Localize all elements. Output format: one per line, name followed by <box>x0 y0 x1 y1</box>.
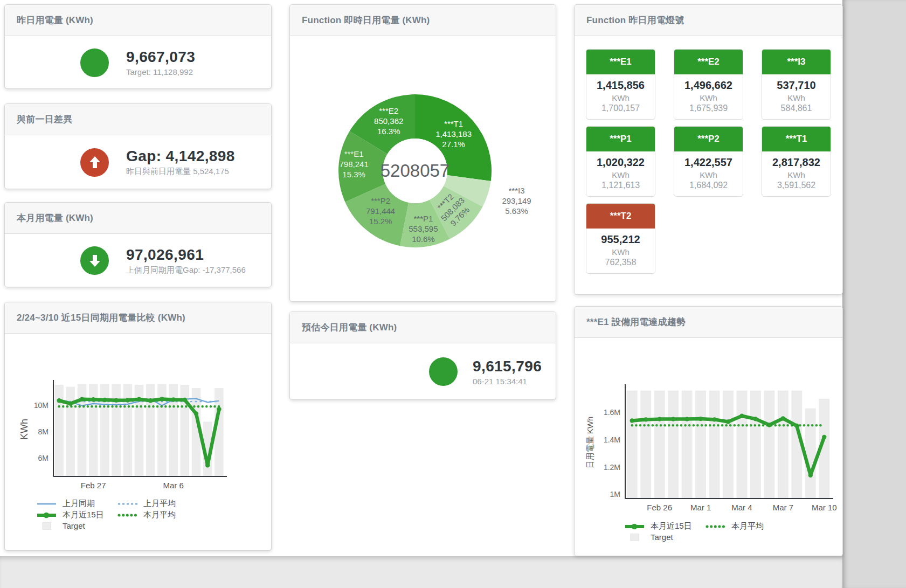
card-month-title: 本月用電量 (KWh) <box>5 203 271 234</box>
legend-label: Target <box>651 532 673 542</box>
svg-text:Feb 27: Feb 27 <box>81 481 106 490</box>
svg-text:KWh: KWh <box>19 419 30 440</box>
donut-label-I3: ***I3293,1495.63% <box>502 186 531 216</box>
legend-label: 本月近15日 <box>651 521 692 531</box>
estimate-body: 9,615,796 06-21 15:34:41 <box>290 343 556 400</box>
light-card-P1: ***P11,020,322KWh1,121,613 <box>586 126 655 197</box>
light-target: 762,358 <box>586 258 655 267</box>
estimate-timestamp: 06-21 15:34:41 <box>473 377 542 386</box>
light-header: ***E1 <box>586 50 655 74</box>
legend-swatch-dots <box>117 511 139 519</box>
legend-item[interactable]: Target <box>36 521 117 530</box>
legend-item[interactable]: 上月同期 <box>36 499 117 509</box>
donut-chart-title: Function 即時日用電量 (KWh) <box>290 5 556 36</box>
gap-subtext: 昨日與前日用電量 5,524,175 <box>126 167 235 177</box>
svg-text:日用電量 KWh: 日用電量 KWh <box>585 417 594 469</box>
e1-trend-line-chart: 1M1.2M1.4M1.6M日用電量 KWhFeb 26Mar 1Mar 4Ma… <box>577 382 839 517</box>
light-unit: KWh <box>762 170 831 179</box>
light-value: 1,020,322 <box>586 156 655 169</box>
legend-item[interactable]: 本月近15日 <box>36 510 117 520</box>
yesterday-target-label: Target: 11,128,992 <box>126 67 195 77</box>
month-subtext: 上個月同期用電Gap: -17,377,566 <box>126 265 246 275</box>
light-value: 537,710 <box>762 79 831 92</box>
legend-label: 本月平均 <box>731 521 764 531</box>
light-target: 584,861 <box>762 103 831 113</box>
light-card-E1: ***E11,415,856KWh1,700,157 <box>586 49 655 120</box>
light-unit: KWh <box>586 93 655 102</box>
svg-text:1.4M: 1.4M <box>604 435 620 444</box>
arrow-up-icon <box>88 155 102 169</box>
legend-item[interactable]: 本月平均 <box>705 521 786 531</box>
legend-item[interactable]: Target <box>624 532 705 542</box>
trend-chart-title: ***E1 設備用電達成趨勢 <box>575 307 842 338</box>
light-header: ***I3 <box>762 50 831 74</box>
estimate-value: 9,615,796 <box>473 358 542 375</box>
legend-label: Target <box>63 521 85 530</box>
legend-swatch-line <box>36 500 58 508</box>
legend-swatch-dash <box>117 500 139 508</box>
status-circle-icon <box>429 357 458 386</box>
legend-swatch-thick <box>36 511 58 519</box>
donut-center-total: 5208057 <box>381 161 449 181</box>
estimate-title: 預估今日用電量 (KWh) <box>290 312 556 343</box>
legend-row: Target <box>624 532 786 542</box>
legend-item[interactable]: 本月平均 <box>117 510 198 520</box>
lights-title: Function 昨日用電燈號 <box>575 5 842 36</box>
svg-text:Mar 1: Mar 1 <box>690 503 711 512</box>
light-target: 3,591,562 <box>762 181 831 190</box>
page-right-gutter <box>842 0 906 588</box>
light-value: 1,422,557 <box>674 156 743 169</box>
light-header: ***P1 <box>586 127 655 151</box>
svg-text:1.6M: 1.6M <box>604 408 620 417</box>
legend-label: 本月平均 <box>143 510 176 520</box>
card-today-estimate: 預估今日用電量 (KWh) 9,615,796 06-21 15:34:41 <box>289 312 556 400</box>
card-compare-chart: 2/24~3/10 近15日同期用電量比較 (KWh) 6M8M10MKWhFe… <box>4 302 272 551</box>
light-header: ***T2 <box>586 204 655 229</box>
legend-label: 上月平均 <box>143 499 176 509</box>
lights-grid: ***E11,415,856KWh1,700,157***E21,496,662… <box>586 49 831 274</box>
light-target: 1,700,157 <box>586 103 655 113</box>
arrow-down-icon <box>88 254 102 268</box>
legend-row: Target <box>36 521 198 530</box>
card-yesterday-usage: 昨日用電量 (KWh) 9,667,073 Target: 11,128,992 <box>4 4 272 89</box>
compare-chart-legend: 上月同期上月平均本月近15日本月平均Target <box>36 497 198 531</box>
light-header: ***T1 <box>762 127 831 151</box>
legend-swatch-box <box>36 522 58 530</box>
light-card-E2: ***E21,496,662KWh1,675,939 <box>674 49 743 120</box>
card-yesterday-title: 昨日用電量 (KWh) <box>5 5 271 36</box>
light-value: 1,496,662 <box>674 79 743 92</box>
light-unit: KWh <box>762 93 831 102</box>
legend-label: 本月近15日 <box>63 510 104 520</box>
legend-label: 上月同期 <box>63 499 95 509</box>
light-target: 1,121,613 <box>586 181 655 190</box>
trend-chart-legend: 本月近15日本月平均Target <box>624 520 786 543</box>
legend-item[interactable]: 上月平均 <box>117 499 198 509</box>
light-card-P2: ***P21,422,557KWh1,684,092 <box>674 126 743 197</box>
gap-value: Gap: 4,142,898 <box>126 148 235 165</box>
light-card-I3: ***I3537,710KWh584,861 <box>762 49 831 120</box>
compare-chart-title: 2/24~3/10 近15日同期用電量比較 (KWh) <box>5 302 271 334</box>
svg-text:Mar 7: Mar 7 <box>773 503 793 512</box>
page-bottom-strip <box>0 556 842 588</box>
light-unit: KWh <box>586 247 655 257</box>
svg-text:Mar 4: Mar 4 <box>731 503 752 512</box>
card-e1-trend-chart: ***E1 設備用電達成趨勢 1M1.2M1.4M1.6M日用電量 KWhFeb… <box>574 306 843 556</box>
month-value: 97,026,961 <box>126 246 246 264</box>
card-gap-title: 與前一日差異 <box>5 104 271 135</box>
light-value: 1,415,856 <box>586 79 655 92</box>
light-value: 955,212 <box>586 233 655 246</box>
card-realtime-donut: Function 即時日用電量 (KWh) ***T11,413,18327.1… <box>289 4 556 302</box>
compare-line-chart: 6M8M10MKWhFeb 27Mar 6 <box>15 378 241 494</box>
legend-row: 本月近15日本月平均 <box>624 521 786 531</box>
svg-text:8M: 8M <box>38 427 49 436</box>
svg-text:Mar 10: Mar 10 <box>812 503 837 512</box>
legend-item[interactable]: 本月近15日 <box>624 521 705 531</box>
legend-swatch-box <box>624 534 646 541</box>
legend-row: 本月近15日本月平均 <box>36 510 198 520</box>
arrow-up-circle-icon <box>80 148 109 177</box>
svg-text:10M: 10M <box>34 401 49 410</box>
svg-text:Feb 26: Feb 26 <box>647 503 672 512</box>
svg-text:6M: 6M <box>38 454 49 462</box>
light-unit: KWh <box>586 170 655 179</box>
card-yesterday-body: 9,667,073 Target: 11,128,992 <box>5 36 271 89</box>
